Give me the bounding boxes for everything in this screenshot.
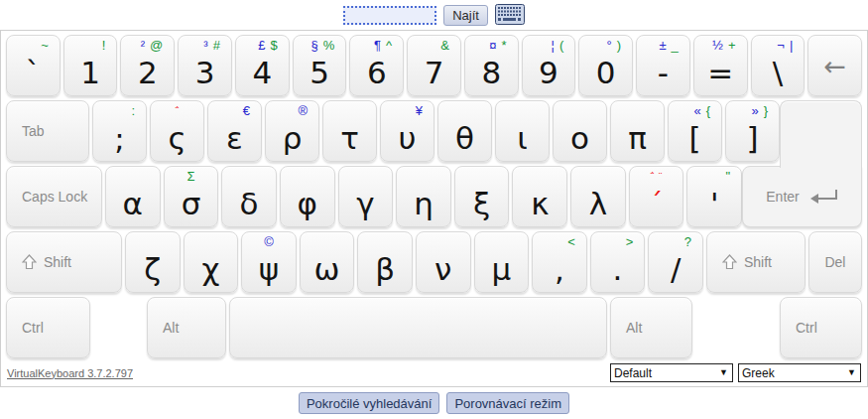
key-tonos[interactable]: ΅¨΄ [629, 166, 684, 227]
key-rho[interactable]: ®ρ [265, 100, 319, 162]
key-semicolon[interactable]: :; [92, 100, 147, 162]
key-sublabels: °) [579, 36, 632, 54]
compare-mode-button[interactable]: Porovnávací režim [446, 392, 569, 414]
key-upsilon[interactable]: ¥υ [380, 100, 434, 162]
key-main-label: ξ [455, 185, 509, 222]
key-sublabels: ! [64, 36, 117, 54]
key-2[interactable]: ²@2 [120, 35, 175, 96]
key-final-sigma[interactable]: ΅ς [150, 100, 204, 162]
bottom-actions: Pokročilé vyhledávání Porovnávací režim [0, 392, 868, 414]
key-period[interactable]: >. [590, 231, 646, 293]
key-comma[interactable]: <, [532, 231, 587, 293]
key-apostrophe[interactable]: "' [686, 166, 742, 227]
key-equals[interactable]: ½+= [693, 35, 748, 96]
key-nu[interactable]: ν [416, 231, 471, 293]
key-main-label: κ [513, 185, 566, 222]
key-label: Del [824, 254, 845, 270]
enter-key-label: Enter [766, 189, 799, 205]
keyboard-row: Tab:;΅ς€ε®ρτ¥υθιοπ«{[»}] [6, 100, 862, 162]
key-pi[interactable]: π [610, 100, 665, 162]
key-sublabels: ΅ [151, 101, 203, 119]
key-sublabels: € [208, 101, 261, 119]
advanced-search-button[interactable]: Pokročilé vyhledávání [299, 392, 439, 414]
version-link[interactable]: VirtualKeyboard 3.7.2.797 [7, 367, 133, 379]
key-main-label: α [106, 185, 160, 222]
key-9[interactable]: ¦(9 [522, 35, 576, 96]
key-delta[interactable]: δ [221, 166, 277, 227]
key-beta[interactable]: β [357, 231, 413, 293]
key-xi[interactable]: ξ [454, 166, 510, 227]
key-tau[interactable]: τ [322, 100, 377, 162]
find-button[interactable]: Najít [443, 5, 488, 26]
key-main-label: 4 [236, 54, 289, 91]
key-psi[interactable]: ©ψ [241, 231, 297, 293]
key-sublabels: §% [294, 36, 346, 54]
key-epsilon[interactable]: €ε [207, 100, 262, 162]
key-main-label: ; [93, 119, 146, 157]
key-eta[interactable]: η [396, 166, 451, 227]
layout-select[interactable]: Default [610, 363, 733, 382]
key-7[interactable]: &7 [407, 35, 461, 96]
key-grave[interactable]: ~` [6, 35, 61, 96]
key-main-label: 9 [523, 54, 575, 91]
virtual-keyboard-panel: ~`!1²@2³#3£$4§%5¶^6&7¤*8¦(9°)0±_-½+=¬|\←… [0, 30, 868, 387]
key-alpha[interactable]: α [105, 166, 161, 227]
key-sigma[interactable]: Σσ [164, 166, 219, 227]
key-minus[interactable]: ±_- [636, 35, 690, 96]
key-mu[interactable]: μ [474, 231, 530, 293]
key-alt-right[interactable]: Alt [610, 297, 692, 358]
key-ctrl-left[interactable]: Ctrl [6, 297, 90, 358]
key-sublabels: ΅¨ [630, 167, 683, 185]
key-label: Ctrl [22, 320, 44, 336]
key-main-label: ω [301, 250, 354, 288]
key-4[interactable]: £$4 [235, 35, 290, 96]
key-caps-lock[interactable]: Caps Lock [6, 166, 102, 227]
key-backspace[interactable]: ← [807, 35, 862, 96]
key-zeta[interactable]: ζ [125, 231, 181, 293]
key-shift-left[interactable]: Shift [6, 231, 122, 293]
key-sublabels [339, 167, 393, 185]
key-label: Tab [22, 123, 45, 139]
key-omicron[interactable]: ο [553, 100, 607, 162]
key-label: Shift [44, 254, 71, 270]
key-5[interactable]: §%5 [293, 35, 347, 96]
key-iota[interactable]: ι [495, 100, 550, 162]
key-sublabels: ³# [179, 36, 231, 54]
keyboard-icon-button[interactable] [495, 4, 525, 26]
key-bracket-left[interactable]: «{[ [668, 100, 722, 162]
key-space[interactable] [229, 297, 607, 358]
keyboard-row: ~`!1²@2³#3£$4§%5¶^6&7¤*8¦(9°)0±_-½+=¬|\← [6, 35, 862, 96]
key-6[interactable]: ¶^6 [349, 35, 404, 96]
key-main-label: ' [687, 185, 741, 222]
key-0[interactable]: °)0 [578, 35, 633, 96]
key-sublabels [397, 167, 450, 185]
key-phi[interactable]: φ [280, 166, 335, 227]
key-label: Ctrl [796, 320, 817, 336]
key-3[interactable]: ³#3 [178, 35, 232, 96]
key-sublabels [455, 167, 509, 185]
key-main-label: φ [281, 185, 334, 222]
key-sublabels [513, 167, 566, 185]
key-omega[interactable]: ω [300, 231, 355, 293]
key-ctrl-right[interactable]: Ctrl [780, 297, 862, 358]
key-enter[interactable]: Enter [742, 100, 862, 227]
search-input[interactable] [343, 6, 436, 25]
key-alt-left[interactable]: Alt [147, 297, 226, 358]
key-backslash[interactable]: ¬|\ [751, 35, 806, 96]
key-lambda[interactable]: λ [570, 166, 626, 227]
key-sublabels: ¦( [523, 36, 575, 54]
key-gamma[interactable]: γ [338, 166, 394, 227]
key-slash[interactable]: ?/ [648, 231, 703, 293]
key-main-label: ζ [126, 250, 180, 288]
key-del[interactable]: Del [808, 231, 862, 293]
key-chi[interactable]: χ [184, 231, 239, 293]
key-8[interactable]: ¤*8 [464, 35, 519, 96]
key-theta[interactable]: θ [437, 100, 492, 162]
key-tab[interactable]: Tab [6, 100, 89, 162]
key-kappa[interactable]: κ [512, 166, 567, 227]
key-1[interactable]: !1 [63, 35, 118, 96]
language-select[interactable]: Greek [738, 363, 861, 382]
key-sublabels [358, 232, 412, 250]
key-main-label: 3 [179, 54, 231, 91]
key-shift-right[interactable]: Shift [706, 231, 806, 293]
